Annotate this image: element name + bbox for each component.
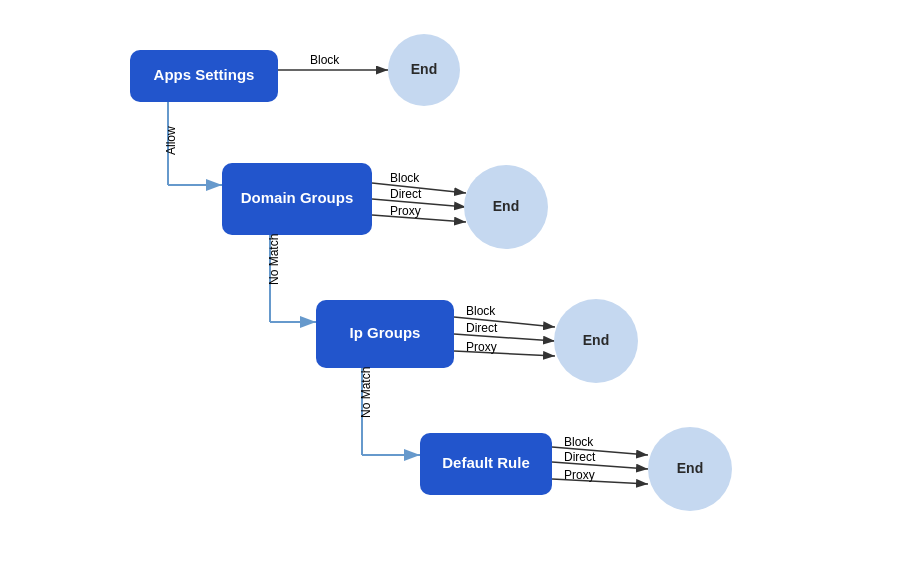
direct-label-3: Direct	[466, 321, 498, 335]
domain-groups-label: Domain Groups	[241, 189, 354, 206]
direct-label-2: Direct	[390, 187, 422, 201]
block-label-2: Block	[390, 171, 420, 185]
end-label-1: End	[411, 61, 437, 77]
block-label-1: Block	[310, 53, 340, 67]
proxy-label-3: Proxy	[466, 340, 497, 354]
end-label-2: End	[493, 198, 519, 214]
ip-groups-label: Ip Groups	[350, 324, 421, 341]
proxy-label-2: Proxy	[390, 204, 421, 218]
no-match-label-2: No Match	[359, 367, 373, 418]
proxy-label-4: Proxy	[564, 468, 595, 482]
block-label-3: Block	[466, 304, 496, 318]
apps-settings-label: Apps Settings	[154, 66, 255, 83]
no-match-label-1: No Match	[267, 234, 281, 285]
direct-label-4: Direct	[564, 450, 596, 464]
end-label-3: End	[583, 332, 609, 348]
default-rule-label: Default Rule	[442, 454, 530, 471]
allow-label: Allow	[164, 126, 178, 155]
end-label-4: End	[677, 460, 703, 476]
block-label-4: Block	[564, 435, 594, 449]
